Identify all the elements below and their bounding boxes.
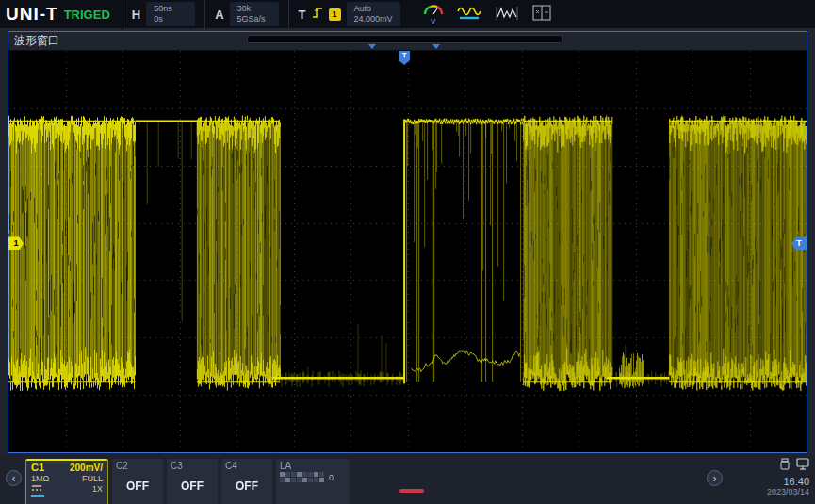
channel-1-scale: 200mV/ <box>70 463 103 473</box>
la-grid <box>280 472 324 482</box>
h-label: H <box>132 8 140 22</box>
la-id: LA <box>276 459 350 471</box>
t-label: T <box>299 8 306 22</box>
clock-date: 2023/03/14 <box>734 487 809 496</box>
dvm-unit-label: V <box>431 18 435 25</box>
trigger-settings[interactable]: T 1 Auto 24.000mV <box>288 0 410 28</box>
sample-rate-value: 5GSa/s <box>237 14 271 24</box>
channel-1-bandwidth: FULL <box>82 474 103 483</box>
channel-1-box[interactable]: C1 200mV/ 1MΩ FULL 1X <box>25 459 108 504</box>
channel-3-box[interactable]: C3 OFF <box>167 459 218 504</box>
scroll-marker-right-icon[interactable] <box>432 44 440 49</box>
channel-4-box[interactable]: C4 OFF <box>221 459 272 504</box>
trigger-slope-icon <box>312 6 323 23</box>
trigger-source-chip: 1 <box>329 8 341 21</box>
waveform-window-titlebar: 波形窗口 <box>8 32 807 51</box>
usb-storage-icon[interactable] <box>779 457 791 474</box>
menu-handle[interactable] <box>399 489 424 493</box>
trigger-status: TRIGED <box>64 8 110 22</box>
logic-analyzer-box[interactable]: LA 0 16 <box>276 459 350 504</box>
channel-2-id: C2 <box>112 459 163 471</box>
clock-time: 16:40 <box>734 476 809 487</box>
channel-1-probe: 1X <box>92 484 103 494</box>
h-offset-value: 0s <box>154 14 187 24</box>
channel-3-state: OFF <box>167 480 218 493</box>
bottom-bar: ‹ C1 200mV/ 1MΩ FULL 1X C2 OFF <box>0 454 815 504</box>
waveform-window: 波形窗口 T 1 T <box>8 31 807 453</box>
memory-depth-value: 30k <box>237 4 271 14</box>
dvm-button[interactable]: V <box>421 4 446 25</box>
oscilloscope-screen: UNI-T TRIGED H 50ns 0s A 30k 5GSa/s T 1 … <box>0 0 815 504</box>
horizontal-settings[interactable]: H 50ns 0s <box>122 0 204 28</box>
waveform-canvas <box>8 51 807 452</box>
timebase-value: 50ns <box>154 4 187 14</box>
window-layout-icon <box>532 5 551 24</box>
dc-coupling-icon <box>31 484 42 494</box>
display-layout-button[interactable] <box>530 5 553 24</box>
status-area: 16:40 2023/03/14 <box>734 457 809 496</box>
screen-display-icon[interactable] <box>796 457 809 474</box>
trigger-level-value: 24.000mV <box>354 14 393 24</box>
top-bar: UNI-T TRIGED H 50ns 0s A 30k 5GSa/s T 1 … <box>0 0 815 28</box>
la-bus-high-label: 0 <box>329 473 334 482</box>
quick-icons: V <box>421 0 553 28</box>
channel-2-state: OFF <box>112 480 163 493</box>
peaks-waveform-icon <box>495 5 519 24</box>
trigger-mode-value: Auto <box>354 4 393 14</box>
measure-button[interactable] <box>493 5 521 24</box>
horizontal-position-scrollbar[interactable] <box>247 35 562 43</box>
dvm-gauge-icon <box>423 4 444 18</box>
channel-3-id: C3 <box>167 459 218 471</box>
awg-button[interactable] <box>455 5 483 24</box>
brand-logo: UNI-T <box>0 4 64 24</box>
channel-color-bar <box>31 495 44 497</box>
window-title: 波形窗口 <box>14 33 59 49</box>
channel-1-id: C1 <box>31 462 44 473</box>
channel-4-id: C4 <box>221 459 272 471</box>
sine-wave-icon <box>457 5 481 24</box>
acquire-settings[interactable]: A 30k 5GSa/s <box>204 0 287 28</box>
scroll-marker-left-icon[interactable] <box>368 44 376 49</box>
channel-2-box[interactable]: C2 OFF <box>112 459 163 504</box>
a-label: A <box>215 8 223 22</box>
prev-page-button[interactable]: ‹ <box>6 470 22 486</box>
channel-1-impedance: 1MΩ <box>31 474 49 483</box>
next-page-button[interactable]: › <box>707 470 723 486</box>
trigger-position-flag[interactable]: T <box>399 51 410 60</box>
waveform-plot[interactable]: T 1 T <box>8 51 807 452</box>
channel-4-state: OFF <box>221 480 272 493</box>
